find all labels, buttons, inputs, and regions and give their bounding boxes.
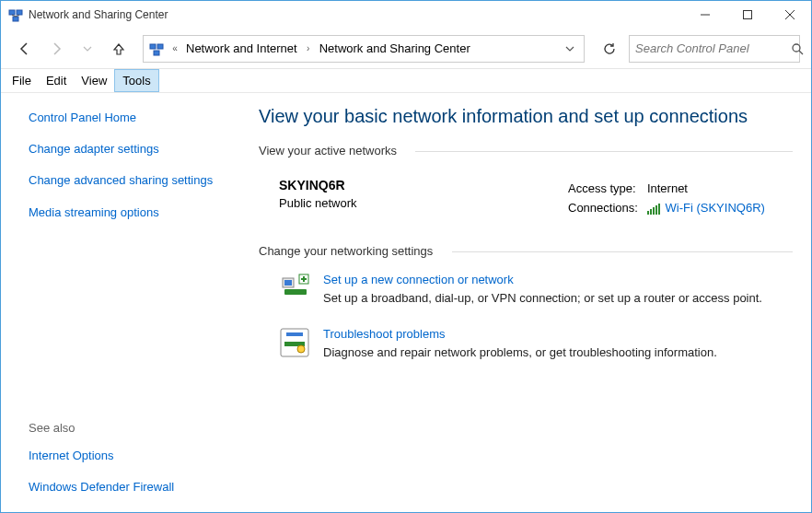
menubar: File Edit View Tools [1,69,811,93]
access-type-value: Internet [647,180,772,197]
svg-rect-7 [150,44,156,49]
network-center-icon [8,7,23,22]
svg-point-10 [793,44,800,52]
setup-connection-desc: Set up a broadband, dial-up, or VPN conn… [323,290,762,307]
refresh-button[interactable] [596,35,623,63]
titlebar: Network and Sharing Center [1,1,811,29]
active-network-block: SKYINQ6R Public network Access type: Int… [259,165,793,244]
see-also-label: See also [29,421,220,435]
content: Control Panel Home Change adapter settin… [1,93,811,512]
network-name: SKYINQ6R [279,178,555,192]
window-title: Network and Sharing Center [29,8,684,21]
svg-rect-17 [284,289,307,295]
svg-rect-13 [650,209,652,215]
maximize-button[interactable] [726,1,769,29]
setup-connection-icon [279,273,310,304]
troubleshoot-desc: Diagnose and repair network problems, or… [323,344,717,361]
sidebar-media-streaming[interactable]: Media streaming options [29,205,159,219]
connection-link[interactable]: Wi-Fi (SKYINQ6R) [666,201,765,215]
network-type: Public network [279,196,555,210]
navbar: « Network and Internet › Network and Sha… [1,29,811,69]
task-troubleshoot: Troubleshoot problems Diagnose and repai… [259,320,793,374]
svg-rect-0 [9,10,15,15]
svg-rect-4 [744,11,752,19]
svg-line-11 [799,51,803,54]
sidebar-change-adapter[interactable]: Change adapter settings [29,142,159,156]
chevron-left-icon[interactable]: « [169,43,180,53]
sidebar: Control Panel Home Change adapter settin… [1,93,240,512]
up-button[interactable] [106,36,132,62]
setup-connection-link[interactable]: Set up a new connection or network [323,273,514,286]
wifi-signal-icon [647,204,660,215]
chevron-right-icon[interactable]: › [303,43,314,53]
svg-rect-19 [284,280,292,286]
forward-button[interactable] [43,36,69,62]
minimize-button[interactable] [684,1,726,29]
search-box[interactable] [629,35,800,63]
network-center-icon [147,40,166,58]
breadcrumb[interactable]: « Network and Internet › Network and Sha… [143,35,585,63]
back-button[interactable] [12,36,38,62]
svg-rect-9 [154,51,159,55]
menu-file[interactable]: File [5,69,39,92]
menu-edit[interactable]: Edit [39,69,74,92]
close-button[interactable] [769,1,811,29]
change-settings-label: Change your networking settings [259,244,793,258]
active-networks-label: View your active networks [259,144,793,157]
breadcrumb-dropdown[interactable] [560,44,580,53]
sidebar-internet-options[interactable]: Internet Options [29,449,114,462]
svg-rect-16 [658,204,660,215]
svg-rect-14 [653,207,655,215]
main-panel: View your basic network information and … [240,93,811,512]
connections-label: Connections: [568,199,645,216]
svg-rect-15 [655,205,657,215]
recent-dropdown[interactable] [75,36,100,62]
search-input[interactable] [635,41,791,55]
breadcrumb-seg-sharing-center[interactable]: Network and Sharing Center [318,41,472,55]
svg-rect-8 [157,44,163,49]
menu-view[interactable]: View [74,69,114,92]
sidebar-control-panel-home[interactable]: Control Panel Home [29,111,136,124]
access-type-label: Access type: [568,180,645,197]
troubleshoot-link[interactable]: Troubleshoot problems [323,327,445,341]
svg-rect-2 [13,17,18,21]
menu-tools[interactable]: Tools [114,69,158,92]
svg-point-25 [297,345,305,353]
sidebar-advanced-sharing[interactable]: Change advanced sharing settings [29,173,213,187]
svg-rect-1 [17,10,22,15]
svg-rect-12 [647,211,649,215]
sidebar-defender-firewall[interactable]: Windows Defender Firewall [29,480,174,494]
page-heading: View your basic network information and … [259,106,793,127]
breadcrumb-seg-network-internet[interactable]: Network and Internet [184,41,299,55]
search-icon[interactable] [791,42,804,55]
task-setup-connection: Set up a new connection or network Set u… [259,265,793,320]
troubleshoot-icon [279,327,310,358]
